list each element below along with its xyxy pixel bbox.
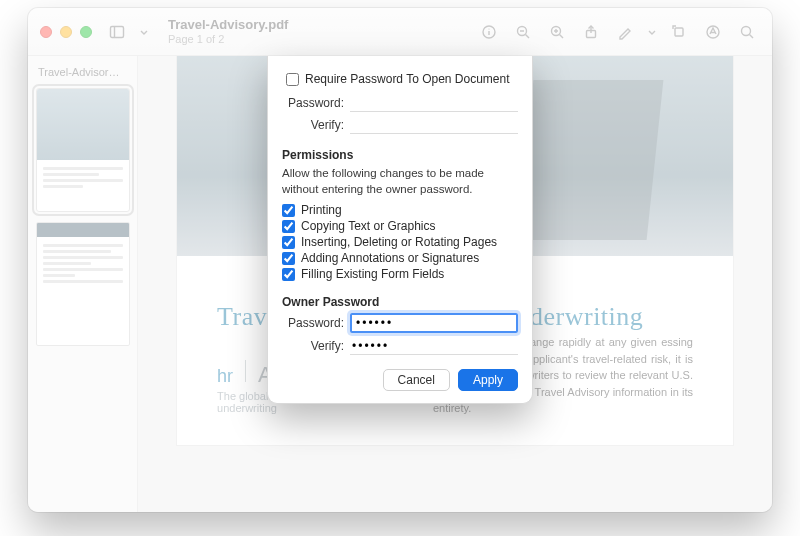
require-password-checkbox-input[interactable] <box>286 73 299 86</box>
perm-printing[interactable]: Printing <box>282 203 518 217</box>
perm-formfields[interactable]: Filling Existing Form Fields <box>282 267 518 281</box>
permissions-list: Printing Copying Text or Graphics Insert… <box>282 203 518 281</box>
preview-window: Travel-Advisory.pdf Page 1 of 2 Travel-A… <box>28 8 772 512</box>
apply-button[interactable]: Apply <box>458 369 518 391</box>
perm-inserting[interactable]: Inserting, Deleting or Rotating Pages <box>282 235 518 249</box>
perm-annotations[interactable]: Adding Annotations or Signatures <box>282 251 518 265</box>
owner-verify-label: Verify: <box>282 339 344 353</box>
permissions-description: Allow the following changes to be made w… <box>282 166 518 197</box>
cancel-button[interactable]: Cancel <box>383 369 450 391</box>
open-password-label: Password: <box>282 96 344 110</box>
owner-verify-input[interactable] <box>350 337 518 355</box>
owner-password-header: Owner Password <box>282 295 518 309</box>
require-password-label: Require Password To Open Document <box>305 72 510 86</box>
password-sheet: Require Password To Open Document Passwo… <box>267 56 533 404</box>
permissions-header: Permissions <box>282 148 518 162</box>
open-verify-label: Verify: <box>282 118 344 132</box>
owner-password-input[interactable] <box>350 313 518 333</box>
perm-copying[interactable]: Copying Text or Graphics <box>282 219 518 233</box>
open-verify-input[interactable] <box>350 116 518 134</box>
require-password-checkbox[interactable]: Require Password To Open Document <box>286 72 518 86</box>
open-password-input[interactable] <box>350 94 518 112</box>
owner-password-label: Password: <box>282 316 344 330</box>
